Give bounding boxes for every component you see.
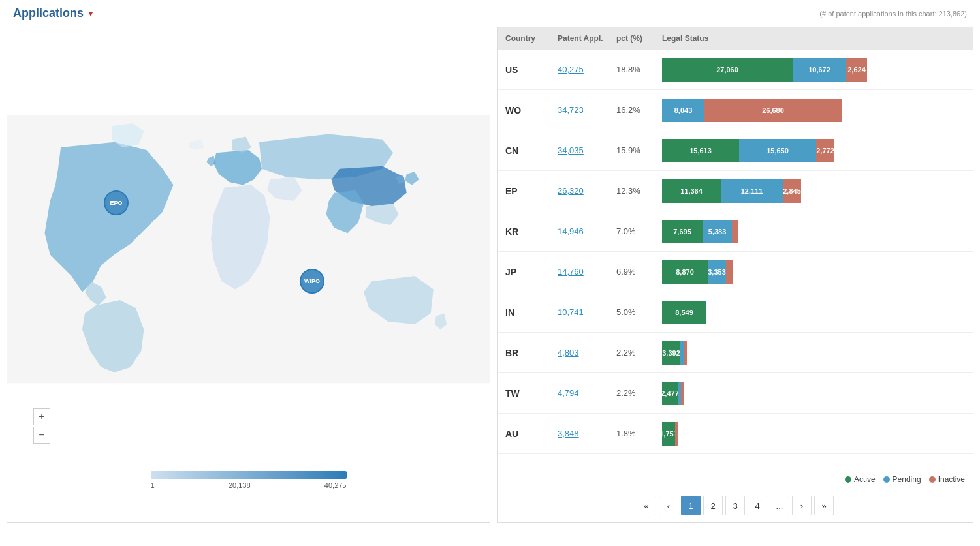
inactive-dot	[929, 476, 936, 483]
table-row: US40,27518.8%27,06010,6722,624	[498, 50, 973, 90]
active-bar-segment: 2,477	[662, 382, 678, 405]
active-bar-segment: 7,695	[662, 220, 703, 243]
zoom-in-button[interactable]: +	[33, 408, 50, 425]
inactive-bar-segment	[684, 341, 687, 365]
bar-group: 8,549	[662, 301, 965, 324]
pending-bar-segment: 8,043	[662, 99, 704, 122]
world-map-svg	[7, 27, 490, 471]
col-pct: pct (%)	[616, 34, 662, 43]
pct-cell: 15.9%	[616, 145, 662, 155]
inactive-label: Inactive	[938, 475, 965, 484]
inactive-bar-segment	[675, 422, 678, 446]
patent-appl-link[interactable]: 34,723	[558, 105, 616, 115]
patent-appl-link[interactable]: 3,848	[558, 429, 616, 438]
page-2-button[interactable]: 2	[703, 496, 723, 515]
title-text: Applications	[13, 7, 84, 20]
pending-bar-segment: 15,650	[739, 139, 816, 162]
map-legend: 1 20,138 40,275	[151, 471, 347, 489]
page-1-button[interactable]: 1	[681, 496, 701, 515]
active-bar-segment: 27,060	[662, 58, 793, 82]
legend-gradient-bar	[151, 471, 347, 479]
bar-group: 3,392	[662, 341, 965, 365]
legend-min: 1	[151, 481, 155, 489]
bar-group: 15,61315,6502,772	[662, 139, 965, 162]
patent-appl-link[interactable]: 4,803	[558, 348, 616, 357]
col-country: Country	[505, 34, 558, 43]
inactive-bar-segment: 26,680	[704, 99, 842, 122]
pending-bar-segment: 12,111	[721, 179, 783, 203]
last-page-button[interactable]: »	[814, 496, 834, 515]
table-row: BR4,8032.2%3,392	[498, 333, 973, 373]
active-bar-segment: 1,751	[662, 422, 675, 446]
country-cell: US	[505, 65, 558, 75]
patent-appl-link[interactable]: 26,320	[558, 186, 616, 196]
bar-group: 1,751	[662, 422, 965, 446]
legend-labels: 1 20,138 40,275	[151, 481, 347, 489]
country-cell: JP	[505, 267, 558, 277]
legend-active: Active	[845, 475, 876, 484]
inactive-bar-segment: 2,624	[846, 58, 867, 82]
map-svg-wrap: EPO WIPO	[7, 27, 490, 522]
table-row: IN10,7415.0%8,549	[498, 292, 973, 333]
inactive-bar-segment	[732, 220, 738, 243]
table-row: TW4,7942.2%2,477	[498, 373, 973, 414]
first-page-button[interactable]: «	[637, 496, 656, 515]
page-3-button[interactable]: 3	[725, 496, 745, 515]
table-row: JP14,7606.9%8,8703,353	[498, 252, 973, 292]
patent-appl-link[interactable]: 14,946	[558, 226, 616, 236]
active-bar-segment: 11,364	[662, 179, 721, 203]
table-row: CN34,03515.9%15,61315,6502,772	[498, 130, 973, 171]
legend-inactive: Inactive	[929, 475, 965, 484]
pct-cell: 16.2%	[616, 105, 662, 115]
pct-cell: 18.8%	[616, 65, 662, 74]
pending-label: Pending	[893, 475, 921, 484]
inactive-bar-segment	[726, 260, 733, 284]
active-label: Active	[854, 475, 876, 484]
active-bar-segment: 15,613	[662, 139, 739, 162]
zoom-out-button[interactable]: −	[33, 427, 50, 444]
table-body: US40,27518.8%27,06010,6722,624WO34,72316…	[498, 50, 973, 470]
pending-bar-segment: 5,383	[703, 220, 732, 243]
pending-bar-segment: 10,672	[793, 58, 846, 82]
pct-cell: 2.2%	[616, 348, 662, 357]
table-row: WO34,72316.2%8,04326,680	[498, 90, 973, 130]
active-dot	[845, 476, 851, 483]
app-title[interactable]: Applications ▼	[13, 7, 95, 20]
page-4-button[interactable]: 4	[748, 496, 767, 515]
bar-group: 8,04326,680	[662, 99, 965, 122]
patent-appl-link[interactable]: 4,794	[558, 388, 616, 398]
pending-bar-segment: 3,353	[708, 260, 726, 284]
table-row: EP26,32012.3%11,36412,1112,845	[498, 171, 973, 211]
bar-group: 7,6955,383	[662, 220, 965, 243]
patent-appl-link[interactable]: 10,741	[558, 307, 616, 317]
data-table: Country Patent Appl. pct (%) Legal Statu…	[497, 27, 973, 523]
inactive-bar-segment	[681, 382, 684, 405]
legend-max: 40,275	[324, 481, 347, 489]
country-cell: BR	[505, 348, 558, 358]
pct-cell: 2.2%	[616, 388, 662, 398]
page-header: Applications ▼ (# of patent applications…	[0, 0, 980, 23]
patent-appl-link[interactable]: 14,760	[558, 267, 616, 277]
legend-mid: 20,138	[229, 481, 251, 489]
inactive-bar-segment: 2,772	[816, 139, 834, 162]
pct-cell: 1.8%	[616, 429, 662, 438]
pagination: « ‹ 1 2 3 4 ... › »	[498, 489, 973, 522]
patent-appl-link[interactable]: 34,035	[558, 145, 616, 155]
patent-appl-link[interactable]: 40,275	[558, 65, 616, 74]
prev-page-button[interactable]: ‹	[659, 496, 678, 515]
wipo-bubble: WIPO	[300, 269, 324, 294]
dropdown-arrow-icon[interactable]: ▼	[87, 9, 95, 18]
table-header: Country Patent Appl. pct (%) Legal Statu…	[498, 27, 973, 50]
main-content: EPO WIPO + − 1 20,138 40,275 Country Pat…	[0, 23, 980, 526]
country-cell: TW	[505, 388, 558, 399]
bar-group: 8,8703,353	[662, 260, 965, 284]
table-row: AU3,8481.8%1,751	[498, 414, 973, 454]
legend-pending: Pending	[883, 475, 921, 484]
country-cell: AU	[505, 429, 558, 439]
pct-cell: 12.3%	[616, 186, 662, 196]
active-bar-segment: 3,392	[662, 341, 680, 365]
next-page-button[interactable]: ›	[792, 496, 812, 515]
col-legal-status: Legal Status	[662, 34, 965, 43]
table-row: KR14,9467.0%7,6955,383	[498, 211, 973, 252]
active-bar-segment: 8,549	[662, 301, 706, 324]
